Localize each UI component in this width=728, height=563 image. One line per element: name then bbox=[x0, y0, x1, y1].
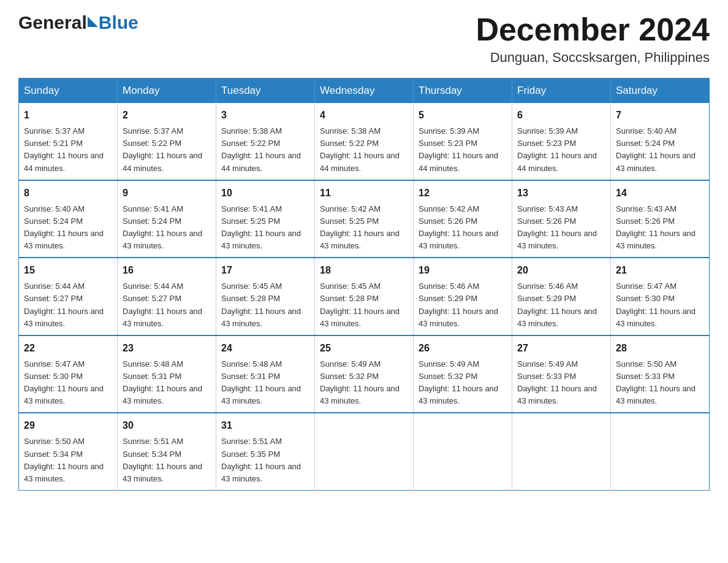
day-number: 19 bbox=[419, 263, 507, 278]
day-info: Sunrise: 5:39 AMSunset: 5:23 PMDaylight:… bbox=[419, 125, 507, 175]
calendar-cell: 4Sunrise: 5:38 AMSunset: 5:22 PMDaylight… bbox=[315, 103, 414, 180]
day-number: 6 bbox=[517, 108, 605, 123]
calendar-header-row: SundayMondayTuesdayWednesdayThursdayFrid… bbox=[19, 79, 710, 104]
day-number: 29 bbox=[24, 418, 112, 433]
day-number: 4 bbox=[320, 108, 408, 123]
header-thursday: Thursday bbox=[414, 79, 512, 104]
calendar-cell: 6Sunrise: 5:39 AMSunset: 5:23 PMDaylight… bbox=[512, 103, 611, 180]
calendar-cell: 27Sunrise: 5:49 AMSunset: 5:33 PMDayligh… bbox=[512, 335, 611, 413]
calendar-cell: 5Sunrise: 5:39 AMSunset: 5:23 PMDaylight… bbox=[414, 103, 512, 180]
logo-general-text: General bbox=[18, 12, 87, 33]
day-number: 16 bbox=[123, 263, 211, 278]
day-info: Sunrise: 5:44 AMSunset: 5:27 PMDaylight:… bbox=[123, 280, 211, 330]
calendar-cell: 29Sunrise: 5:50 AMSunset: 5:34 PMDayligh… bbox=[19, 413, 118, 490]
header-wednesday: Wednesday bbox=[315, 79, 414, 104]
calendar-cell: 1Sunrise: 5:37 AMSunset: 5:21 PMDaylight… bbox=[19, 103, 118, 180]
day-number: 27 bbox=[517, 341, 605, 356]
day-number: 22 bbox=[24, 341, 112, 356]
day-info: Sunrise: 5:38 AMSunset: 5:22 PMDaylight:… bbox=[320, 125, 408, 175]
day-info: Sunrise: 5:41 AMSunset: 5:25 PMDaylight:… bbox=[221, 203, 309, 253]
calendar-cell: 18Sunrise: 5:45 AMSunset: 5:28 PMDayligh… bbox=[315, 258, 414, 335]
day-number: 5 bbox=[419, 108, 507, 123]
day-info: Sunrise: 5:50 AMSunset: 5:33 PMDaylight:… bbox=[616, 358, 704, 408]
header-tuesday: Tuesday bbox=[216, 79, 315, 104]
calendar-cell: 30Sunrise: 5:51 AMSunset: 5:34 PMDayligh… bbox=[118, 413, 216, 490]
header-friday: Friday bbox=[512, 79, 611, 104]
calendar-cell: 19Sunrise: 5:46 AMSunset: 5:29 PMDayligh… bbox=[414, 258, 512, 335]
day-number: 10 bbox=[221, 186, 309, 201]
day-number: 20 bbox=[517, 263, 605, 278]
day-info: Sunrise: 5:42 AMSunset: 5:25 PMDaylight:… bbox=[320, 203, 408, 253]
day-info: Sunrise: 5:37 AMSunset: 5:21 PMDaylight:… bbox=[24, 125, 112, 175]
calendar-cell: 25Sunrise: 5:49 AMSunset: 5:32 PMDayligh… bbox=[315, 335, 414, 413]
day-number: 8 bbox=[24, 186, 112, 201]
day-number: 28 bbox=[616, 341, 704, 356]
calendar-cell: 9Sunrise: 5:41 AMSunset: 5:24 PMDaylight… bbox=[118, 180, 216, 258]
day-number: 7 bbox=[616, 108, 704, 123]
day-number: 30 bbox=[123, 418, 211, 433]
day-info: Sunrise: 5:43 AMSunset: 5:26 PMDaylight:… bbox=[517, 203, 605, 253]
day-info: Sunrise: 5:44 AMSunset: 5:27 PMDaylight:… bbox=[24, 280, 112, 330]
day-info: Sunrise: 5:42 AMSunset: 5:26 PMDaylight:… bbox=[419, 203, 507, 253]
calendar-cell: 8Sunrise: 5:40 AMSunset: 5:24 PMDaylight… bbox=[19, 180, 118, 258]
day-info: Sunrise: 5:37 AMSunset: 5:22 PMDaylight:… bbox=[123, 125, 211, 175]
calendar-week-row: 15Sunrise: 5:44 AMSunset: 5:27 PMDayligh… bbox=[19, 258, 710, 335]
location-text: Dunguan, Soccsksargen, Philippines bbox=[476, 50, 710, 66]
day-number: 11 bbox=[320, 186, 408, 201]
day-number: 13 bbox=[517, 186, 605, 201]
calendar-cell: 3Sunrise: 5:38 AMSunset: 5:22 PMDaylight… bbox=[216, 103, 315, 180]
day-number: 17 bbox=[221, 263, 309, 278]
calendar-cell: 26Sunrise: 5:49 AMSunset: 5:32 PMDayligh… bbox=[414, 335, 512, 413]
calendar-cell: 10Sunrise: 5:41 AMSunset: 5:25 PMDayligh… bbox=[216, 180, 315, 258]
header-sunday: Sunday bbox=[19, 79, 118, 104]
calendar-cell: 23Sunrise: 5:48 AMSunset: 5:31 PMDayligh… bbox=[118, 335, 216, 413]
day-number: 21 bbox=[616, 263, 704, 278]
day-number: 26 bbox=[419, 341, 507, 356]
calendar-cell: 22Sunrise: 5:47 AMSunset: 5:30 PMDayligh… bbox=[19, 335, 118, 413]
logo-arrow-icon bbox=[88, 17, 98, 27]
calendar-cell: 24Sunrise: 5:48 AMSunset: 5:31 PMDayligh… bbox=[216, 335, 315, 413]
day-info: Sunrise: 5:45 AMSunset: 5:28 PMDaylight:… bbox=[221, 280, 309, 330]
day-number: 31 bbox=[221, 418, 309, 433]
calendar-cell: 11Sunrise: 5:42 AMSunset: 5:25 PMDayligh… bbox=[315, 180, 414, 258]
day-info: Sunrise: 5:47 AMSunset: 5:30 PMDaylight:… bbox=[24, 358, 112, 408]
calendar-table: SundayMondayTuesdayWednesdayThursdayFrid… bbox=[18, 78, 710, 491]
calendar-week-row: 29Sunrise: 5:50 AMSunset: 5:34 PMDayligh… bbox=[19, 413, 710, 490]
day-number: 24 bbox=[221, 341, 309, 356]
calendar-cell bbox=[315, 413, 414, 490]
day-number: 23 bbox=[123, 341, 211, 356]
calendar-week-row: 1Sunrise: 5:37 AMSunset: 5:21 PMDaylight… bbox=[19, 103, 710, 180]
day-number: 12 bbox=[419, 186, 507, 201]
day-info: Sunrise: 5:50 AMSunset: 5:34 PMDaylight:… bbox=[24, 435, 112, 485]
day-info: Sunrise: 5:48 AMSunset: 5:31 PMDaylight:… bbox=[123, 358, 211, 408]
day-number: 25 bbox=[320, 341, 408, 356]
calendar-cell bbox=[414, 413, 512, 490]
calendar-cell bbox=[512, 413, 611, 490]
calendar-week-row: 8Sunrise: 5:40 AMSunset: 5:24 PMDaylight… bbox=[19, 180, 710, 258]
calendar-cell: 14Sunrise: 5:43 AMSunset: 5:26 PMDayligh… bbox=[611, 180, 710, 258]
day-info: Sunrise: 5:43 AMSunset: 5:26 PMDaylight:… bbox=[616, 203, 704, 253]
day-number: 2 bbox=[123, 108, 211, 123]
day-info: Sunrise: 5:49 AMSunset: 5:33 PMDaylight:… bbox=[517, 358, 605, 408]
day-info: Sunrise: 5:46 AMSunset: 5:29 PMDaylight:… bbox=[517, 280, 605, 330]
day-number: 18 bbox=[320, 263, 408, 278]
day-info: Sunrise: 5:40 AMSunset: 5:24 PMDaylight:… bbox=[616, 125, 704, 175]
calendar-cell: 12Sunrise: 5:42 AMSunset: 5:26 PMDayligh… bbox=[414, 180, 512, 258]
day-number: 14 bbox=[616, 186, 704, 201]
calendar-cell: 13Sunrise: 5:43 AMSunset: 5:26 PMDayligh… bbox=[512, 180, 611, 258]
calendar-cell: 15Sunrise: 5:44 AMSunset: 5:27 PMDayligh… bbox=[19, 258, 118, 335]
header-saturday: Saturday bbox=[611, 79, 710, 104]
day-info: Sunrise: 5:51 AMSunset: 5:34 PMDaylight:… bbox=[123, 435, 211, 485]
day-info: Sunrise: 5:49 AMSunset: 5:32 PMDaylight:… bbox=[419, 358, 507, 408]
header-monday: Monday bbox=[118, 79, 216, 104]
day-number: 9 bbox=[123, 186, 211, 201]
page-header: General Blue December 2024 Dunguan, Socc… bbox=[18, 12, 710, 66]
day-info: Sunrise: 5:41 AMSunset: 5:24 PMDaylight:… bbox=[123, 203, 211, 253]
calendar-cell: 17Sunrise: 5:45 AMSunset: 5:28 PMDayligh… bbox=[216, 258, 315, 335]
calendar-week-row: 22Sunrise: 5:47 AMSunset: 5:30 PMDayligh… bbox=[19, 335, 710, 413]
day-info: Sunrise: 5:47 AMSunset: 5:30 PMDaylight:… bbox=[616, 280, 704, 330]
logo: General Blue bbox=[18, 12, 138, 33]
calendar-cell: 28Sunrise: 5:50 AMSunset: 5:33 PMDayligh… bbox=[611, 335, 710, 413]
day-number: 1 bbox=[24, 108, 112, 123]
day-info: Sunrise: 5:46 AMSunset: 5:29 PMDaylight:… bbox=[419, 280, 507, 330]
